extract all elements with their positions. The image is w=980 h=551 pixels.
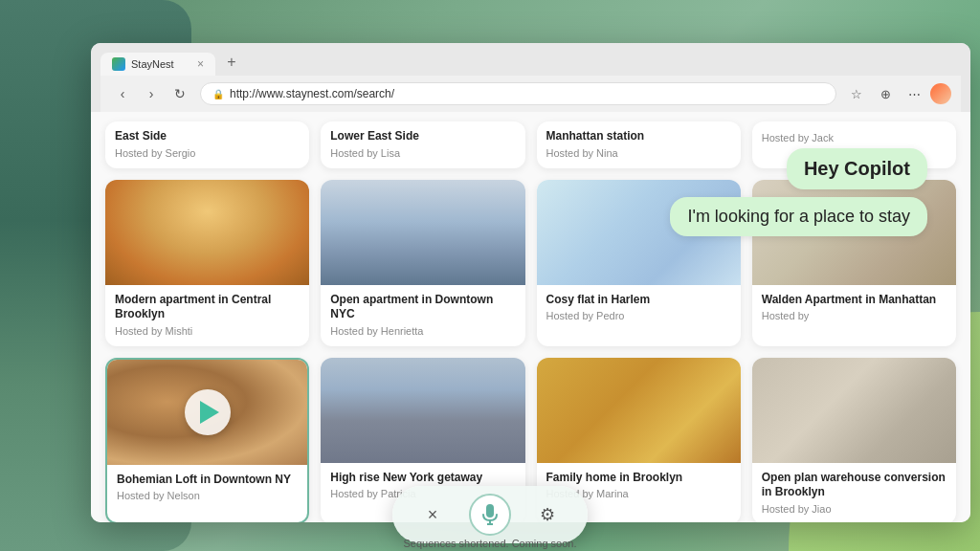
settings-button[interactable]: ⚙ xyxy=(530,497,565,532)
property-name: High rise New York getaway xyxy=(330,471,515,486)
list-item[interactable]: Open apartment in Downtown NYC Hosted by… xyxy=(321,180,524,346)
property-info: Bohemian Loft in Downtown NY Hosted by N… xyxy=(107,465,307,512)
profile-button[interactable] xyxy=(930,83,951,104)
property-image xyxy=(321,180,524,285)
more-button[interactable]: ⋯ xyxy=(902,81,926,106)
tab-label: StayNest xyxy=(131,58,174,70)
property-name: Open plan warehouse conversion in Brookl… xyxy=(762,471,947,500)
svg-rect-0 xyxy=(486,504,494,518)
property-name: Bohemian Loft in Downtown NY xyxy=(117,473,298,488)
new-tab-button[interactable]: + xyxy=(217,49,246,76)
list-item[interactable]: Modern apartment in Central Brooklyn Hos… xyxy=(105,180,309,346)
browser-window: StayNest × + ‹ › ↻ 🔒 http://www.staynest… xyxy=(91,43,970,522)
property-info: Walden Apartment in Manhattan Hosted by xyxy=(752,285,956,332)
property-name: Walden Apartment in Manhattan xyxy=(762,293,947,308)
browser-chrome: StayNest × + ‹ › ↻ 🔒 http://www.staynest… xyxy=(91,43,970,112)
copilot-message-bubble: I'm looking for a place to stay xyxy=(670,197,927,236)
property-host: Hosted by Henrietta xyxy=(330,325,515,337)
bottom-bar: × ⚙ xyxy=(392,486,588,543)
property-image xyxy=(107,360,307,465)
close-button[interactable]: × xyxy=(415,497,450,532)
property-info: Open apartment in Downtown NYC Hosted by… xyxy=(321,285,524,346)
property-host: Hosted by Sergio xyxy=(115,147,300,159)
property-name: Modern apartment in Central Brooklyn xyxy=(115,293,300,322)
microphone-icon xyxy=(480,503,500,526)
extensions-button[interactable]: ⊕ xyxy=(873,81,898,106)
mic-button[interactable] xyxy=(469,494,511,536)
play-button[interactable] xyxy=(185,389,231,435)
forward-button[interactable]: › xyxy=(139,81,164,106)
list-item[interactable]: East Side Hosted by Sergio xyxy=(105,121,309,168)
lock-icon: 🔒 xyxy=(212,89,224,99)
property-info: Open plan warehouse conversion in Brookl… xyxy=(752,463,956,522)
address-bar[interactable]: 🔒 http://www.staynest.com/search/ xyxy=(200,82,836,105)
property-name: Family home in Brooklyn xyxy=(546,471,731,486)
property-info: Modern apartment in Central Brooklyn Hos… xyxy=(105,285,309,346)
nav-buttons: ‹ › ↻ xyxy=(110,81,192,106)
browser-tab-staynest[interactable]: StayNest × xyxy=(100,53,215,76)
list-item[interactable]: Lower East Side Hosted by Lisa xyxy=(321,121,524,168)
property-host: Hosted by Pedro xyxy=(546,310,731,321)
play-triangle-icon xyxy=(200,401,219,424)
browser-toolbar: ‹ › ↻ 🔒 http://www.staynest.com/search/ … xyxy=(100,76,961,112)
status-text: Sequences shortened. Coming soon. xyxy=(403,538,576,549)
url-text: http://www.staynest.com/search/ xyxy=(230,87,394,100)
reload-button[interactable]: ↻ xyxy=(167,81,192,106)
browser-tabs: StayNest × + xyxy=(100,49,961,76)
property-image xyxy=(105,180,309,285)
copilot-hey-bubble: Hey Copilot xyxy=(787,148,927,189)
property-host: Hosted by Nelson xyxy=(117,490,298,501)
property-image xyxy=(321,358,524,463)
property-host: Hosted by Lisa xyxy=(330,147,515,159)
list-item[interactable]: Open plan warehouse conversion in Brookl… xyxy=(752,358,956,522)
toolbar-actions: ☆ ⊕ ⋯ xyxy=(844,81,951,106)
property-image xyxy=(537,358,741,463)
property-host: Hosted by xyxy=(762,310,947,321)
list-item[interactable]: Bohemian Loft in Downtown NY Hosted by N… xyxy=(105,358,309,522)
property-host: Hosted by Mishti xyxy=(115,325,300,337)
back-button[interactable]: ‹ xyxy=(110,81,135,106)
tab-favicon xyxy=(112,57,125,71)
property-name: Manhattan station xyxy=(546,129,731,144)
property-info: Cosy flat in Harlem Hosted by Pedro xyxy=(537,285,741,332)
property-name: Cosy flat in Harlem xyxy=(546,293,731,308)
play-overlay xyxy=(107,360,307,465)
property-name: East Side xyxy=(115,129,300,144)
tab-close-button[interactable]: × xyxy=(197,57,204,71)
property-host: Hosted by Jiao xyxy=(762,503,947,515)
property-name: Lower East Side xyxy=(330,129,515,144)
property-name: Open apartment in Downtown NYC xyxy=(330,293,515,322)
property-image xyxy=(752,358,956,463)
bookmark-button[interactable]: ☆ xyxy=(844,81,869,106)
property-host: Hosted by Jack xyxy=(762,132,947,143)
copilot-area: Hey Copilot I'm looking for a place to s… xyxy=(670,148,927,236)
